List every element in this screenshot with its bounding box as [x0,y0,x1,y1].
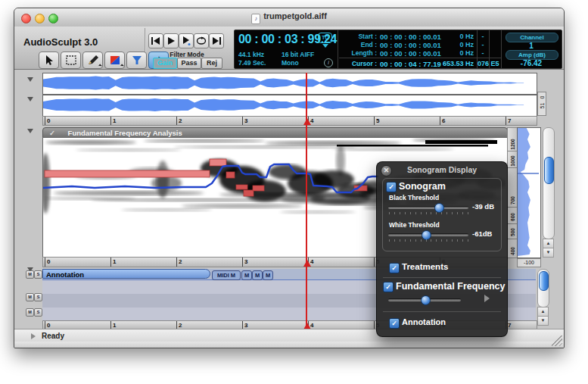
annotation-chip[interactable]: M [252,270,263,280]
slider-tick-mark [405,239,406,242]
slider-tick-mark [462,239,463,242]
treatments-checkbox[interactable]: ✓ [389,263,400,273]
fundamental-frequency-label: Fundamental Frequency [396,281,505,292]
annotation-scroll-down-button[interactable]: ▼ [537,316,549,326]
annotation-checkbox-label: Annotation [402,317,446,326]
amp-value: -76.42 [506,59,557,67]
slider-tick-mark [389,239,390,242]
filter-pass-button[interactable]: Pass [177,58,201,69]
tool-pencil-button[interactable] [82,52,103,69]
lcd-display: 00 : 00 : 03 : 99.24 TC 44.1 kHz 16 bit … [234,30,562,69]
transport-loop[interactable] [194,33,209,48]
app-window: ♪trumpetgold.aiff AudioSculpt 3.0 ♪ Filt… [14,8,565,348]
treatment-region [210,159,226,166]
lcd-row-hz: 653.53 Hz [424,60,474,67]
window-title: ♪trumpetgold.aiff [14,11,564,24]
black-threshold-label: Black Threshold [389,194,439,201]
ruler-second-label: 2 [176,117,182,125]
slider-ticks [389,212,468,215]
db-scale-bottom: 51 [540,102,545,110]
ruler-second-label: 0 [45,258,50,267]
lcd-divider [339,58,501,58]
waveform-track-2[interactable] [42,95,537,117]
annotation-checkbox[interactable]: ✓ [389,318,400,329]
tool-marquee-selection-button[interactable] [61,52,81,69]
title-bar[interactable]: ♪trumpetgold.aiff [14,8,564,27]
timecode-badge[interactable]: TC [318,33,332,43]
annotation-chip[interactable]: M [241,270,252,280]
lcd-row-label: Start : [341,33,377,40]
waveform-track-1[interactable] [42,73,537,95]
white-threshold-slider[interactable] [388,233,468,236]
transport-play[interactable] [163,33,179,48]
slider-tick-mark [431,212,431,214]
slider-tick-mark [400,239,400,242]
sonogram-vertical-scrollbar[interactable] [543,127,555,239]
scroll-down-button[interactable]: ▼ [543,248,554,258]
collapse-waveform1-icon[interactable] [27,77,33,82]
ruler-second-label: 1 [110,258,116,267]
mute-button[interactable]: M [26,308,34,317]
resize-grip[interactable] [552,336,562,346]
sonogram-display-panel[interactable]: ✕ Sonogram Display ✓ Sonogram Black Thre… [376,161,508,337]
tool-arrow-button[interactable] [39,52,59,69]
transport-skip-to-end[interactable] [209,33,224,48]
desktop: ♪trumpetgold.aiff AudioSculpt 3.0 ♪ Filt… [0,0,588,384]
ruler-second-label: 7 [506,117,511,125]
black-threshold-slider[interactable] [388,206,468,209]
lcd-row-extra: 076 [478,60,488,67]
audio-file-icon: ♪ [251,14,260,24]
cursor-marker-icon[interactable] [303,118,311,125]
slider-tick-mark [436,212,437,214]
solo-button[interactable]: S [34,270,42,279]
slider-thumb[interactable] [421,295,431,305]
spectrum-display[interactable] [517,127,541,258]
annotation-chip[interactable]: MIDI M [212,270,241,280]
timecode-dropdown-icon[interactable] [322,44,328,48]
slider-tick-mark [421,212,422,214]
fundamental-frequency-checkbox[interactable]: ✓ [383,282,394,292]
treatments-checkbox-label: Treatments [402,262,448,271]
panel-divider [383,277,501,278]
annotation-chip[interactable]: M [263,270,273,280]
scrollbar-thumb[interactable] [544,157,554,184]
slider-tick-mark [441,239,442,242]
panel-title: Sonogram Display [377,165,507,174]
db-scale-top: 0 [540,94,545,101]
lcd-row-extra: - [478,33,488,40]
annotation-vertical-scrollbar[interactable] [537,269,549,308]
scrollbar-thumb[interactable] [539,271,549,291]
cursor-marker-icon[interactable] [303,260,311,267]
collapse-sonogram-icon[interactable] [27,129,33,133]
playback-cursor-line[interactable] [306,73,307,329]
mute-button[interactable]: M [26,293,34,301]
lcd-divider [338,30,338,68]
solo-button[interactable]: S [34,308,42,317]
black-threshold-value: -39 dB [472,202,494,211]
filter-gain-button[interactable]: Gain [153,58,177,69]
tool-filter-funnel-button[interactable] [126,52,147,69]
lcd-row-extra: - [478,49,488,57]
filter-rej-button[interactable]: Rej [201,58,222,69]
annotation-region-bar[interactable]: Annotation [42,269,210,279]
ruler-second-label: 3 [242,117,247,125]
transport-skip-to-start[interactable] [148,33,163,48]
frequency-tick-label: 600 [510,209,515,225]
sonogram-checkbox[interactable]: ✓ [386,182,397,192]
fundamental-frequency-slider[interactable] [388,298,461,301]
frequency-tick-label: 1000 [510,153,515,169]
mute-button[interactable]: M [26,270,34,279]
transport-play-selection[interactable] [179,33,194,48]
status-text: Ready [42,332,64,340]
treatment-region [45,170,210,177]
tool-zone-button[interactable] [104,52,125,69]
info-icon[interactable]: i [324,58,333,67]
solo-button[interactable]: S [34,293,42,301]
time-ruler-top[interactable]: 01234567 [42,116,537,126]
status-disclosure-icon[interactable] [31,333,36,339]
lcd-row-extra: - [478,41,488,48]
lcd-duration: 7.49 Sec. [238,59,266,67]
collapse-waveform2-icon[interactable] [27,97,33,101]
fundamental-more-arrow-icon[interactable] [484,295,490,302]
sonogram-checkbox-label: Sonogram [399,181,446,192]
